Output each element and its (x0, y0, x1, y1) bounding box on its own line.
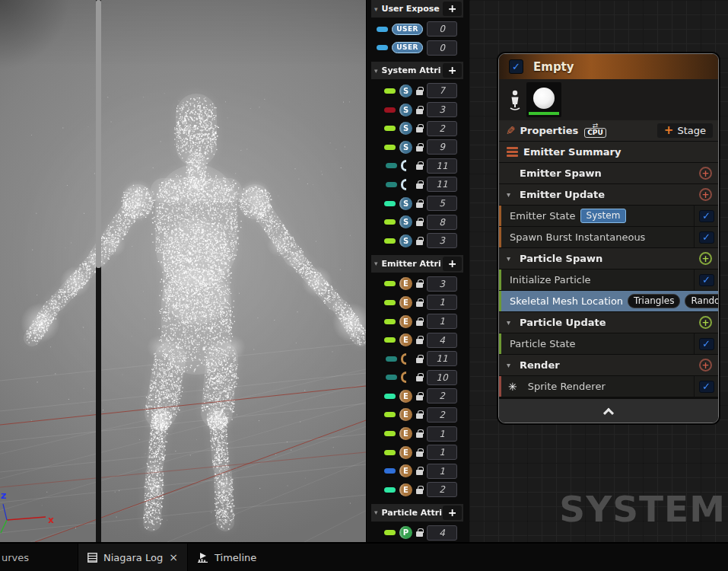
parameter-row[interactable]: E1 (371, 443, 469, 462)
add-parameter-button[interactable]: + (443, 63, 462, 78)
module-checkbox-cell: ✓ (694, 333, 718, 354)
tab-curves[interactable]: urves (2, 552, 78, 563)
parameter-row[interactable]: E1 (371, 461, 469, 480)
stack-group-emitter-update[interactable]: ▾Emitter Update+ (499, 184, 718, 205)
module-enabled-checkbox[interactable]: ✓ (699, 338, 714, 350)
parameter-row[interactable]: S5 (371, 194, 469, 213)
reference-count-field[interactable]: 0 (427, 40, 457, 56)
add-module-button[interactable]: + (699, 188, 712, 201)
preview-viewport[interactable]: x z (0, 0, 366, 542)
add-parameter-button[interactable]: + (443, 257, 462, 271)
parameter-row[interactable]: S8 (371, 212, 469, 231)
stack-group-emitter-spawn[interactable]: ▾Emitter Spawn+ (499, 163, 718, 183)
emitter-summary-row[interactable]: Emitter Summary (499, 142, 718, 162)
module-enabled-checkbox[interactable]: ✓ (699, 231, 714, 244)
reference-count-field[interactable]: 1 (427, 464, 457, 479)
module-enabled-checkbox[interactable]: ✓ (699, 210, 714, 222)
tab-timeline[interactable]: Timeline (188, 544, 265, 571)
system-overview-graph[interactable]: SYSTEM ✓ Empty ✎Properties⇄CPU+StageEmit… (469, 0, 728, 542)
reference-count-field[interactable]: 7 (427, 83, 457, 98)
module-spawn-burst-instantaneous[interactable]: Spawn Burst Instantaneous✓ (499, 227, 718, 247)
reference-count-field[interactable]: 1 (427, 295, 457, 310)
parameter-row[interactable]: 11 (371, 157, 469, 176)
tab-niagara-log[interactable]: Niagara Log × (78, 544, 188, 571)
parameter-row[interactable]: S3 (371, 231, 469, 250)
reference-count-field[interactable]: 11 (427, 177, 457, 192)
parameter-row[interactable]: USER0 (371, 20, 469, 39)
parameters-scrollbar-thumb[interactable] (96, 0, 101, 268)
module-accent-stripe (499, 291, 501, 311)
emitter-properties-row[interactable]: ✎Properties⇄CPU+Stage (499, 120, 718, 141)
param-section-header[interactable]: ▾Emitter Attri+ (371, 255, 463, 273)
module-skeletal-mesh-location[interactable]: Skeletal Mesh LocationTrianglesRandom✓ (499, 291, 718, 311)
param-section-header[interactable]: ▾System Attri+ (371, 62, 463, 79)
module-particle-state[interactable]: Particle State✓ (499, 333, 718, 354)
parameter-row[interactable]: E1 (371, 293, 469, 312)
parameter-row[interactable]: 10 (371, 368, 469, 388)
module-enabled-checkbox[interactable]: ✓ (699, 274, 714, 286)
parameter-row[interactable]: P4 (371, 524, 469, 542)
emitter-node-header[interactable]: ✓ Empty (499, 54, 718, 79)
parameter-row[interactable]: E1 (371, 424, 469, 443)
reference-count-field[interactable]: 2 (427, 407, 457, 423)
reference-count-field[interactable]: 2 (427, 482, 457, 497)
reference-count-field[interactable]: 8 (427, 215, 457, 230)
add-module-button[interactable]: + (699, 359, 712, 372)
reference-count-field[interactable]: 3 (427, 233, 457, 248)
reference-count-field[interactable]: 3 (427, 102, 457, 117)
namespace-badge: E (399, 446, 412, 459)
reference-count-field[interactable]: 2 (427, 388, 457, 404)
lock-icon (416, 240, 423, 245)
module-enabled-checkbox[interactable]: ✓ (699, 381, 714, 393)
module-badge[interactable]: Random (685, 294, 719, 308)
parameter-row[interactable]: E2 (371, 480, 469, 499)
emitter-node[interactable]: ✓ Empty ✎Properties⇄CPU+StageEmitter Sum… (498, 53, 719, 423)
reference-count-field[interactable]: 4 (427, 333, 457, 348)
collapse-stack-button[interactable] (499, 399, 718, 423)
parameter-row[interactable]: 11 (371, 349, 469, 368)
reference-count-field[interactable]: 0 (427, 21, 457, 37)
lock-icon (416, 109, 423, 114)
reference-count-field[interactable]: 5 (427, 196, 457, 211)
module-sprite-renderer[interactable]: ✳Sprite Renderer✓ (499, 376, 718, 397)
parameter-row[interactable]: E2 (371, 387, 469, 406)
parameter-row[interactable]: 11 (371, 175, 469, 194)
emitter-enabled-checkbox[interactable]: ✓ (509, 59, 523, 74)
reference-count-field[interactable]: 3 (427, 276, 457, 292)
parameter-row[interactable]: E4 (371, 330, 469, 349)
parameter-row[interactable]: S2 (371, 119, 469, 138)
reference-count-field[interactable]: 1 (427, 445, 457, 460)
parameter-row[interactable]: S7 (371, 81, 469, 100)
add-parameter-button[interactable]: + (443, 2, 462, 16)
module-badge[interactable]: Triangles (628, 294, 680, 308)
parameter-row[interactable]: E3 (371, 275, 469, 294)
module-initialize-particle[interactable]: Initialize Particle✓ (499, 270, 718, 290)
add-stage-button[interactable]: +Stage (657, 123, 713, 138)
module-badge[interactable]: System (580, 209, 627, 223)
parameter-row[interactable]: S9 (371, 138, 469, 157)
emitter-preview-thumbnail[interactable] (526, 82, 561, 117)
add-module-button[interactable]: + (699, 316, 712, 329)
close-tab-icon[interactable]: × (169, 551, 178, 563)
add-module-button[interactable]: + (699, 252, 712, 265)
parameter-row[interactable]: S3 (371, 100, 469, 120)
stack-group-render[interactable]: ▾Render+ (499, 355, 718, 375)
reference-count-field[interactable]: 1 (427, 314, 457, 329)
reference-count-field[interactable]: 1 (427, 426, 457, 442)
parameter-row[interactable]: USER0 (371, 39, 469, 58)
param-section-header[interactable]: ▾Particle Attri+ (371, 504, 463, 522)
reference-count-field[interactable]: 10 (427, 370, 457, 385)
parameter-row[interactable]: E2 (371, 406, 469, 425)
reference-count-field[interactable]: 11 (427, 351, 457, 366)
reference-count-field[interactable]: 2 (427, 121, 457, 136)
parameter-row[interactable]: E1 (371, 312, 469, 331)
add-module-button[interactable]: + (699, 167, 712, 180)
reference-count-field[interactable]: 11 (427, 158, 457, 174)
stack-group-particle-update[interactable]: ▾Particle Update+ (499, 312, 718, 333)
reference-count-field[interactable]: 9 (427, 139, 457, 155)
module-emitter-state[interactable]: Emitter StateSystem✓ (499, 206, 718, 226)
reference-count-field[interactable]: 4 (427, 525, 457, 541)
add-parameter-button[interactable]: + (443, 506, 462, 520)
param-section-header[interactable]: ▾User Expose+ (371, 0, 463, 18)
stack-group-particle-spawn[interactable]: ▾Particle Spawn+ (499, 248, 718, 269)
